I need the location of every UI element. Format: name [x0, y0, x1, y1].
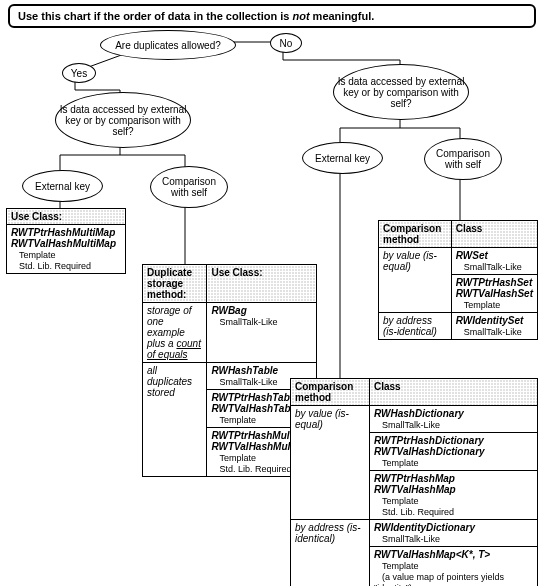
decision-duplicates: Are duplicates allowed?: [100, 30, 236, 60]
cell-left-classes: RWTPtrHashMultiMap RWTValHashMultiMap Te…: [7, 225, 126, 274]
cls-valhashtable: RWTValHashTable: [211, 403, 298, 414]
cell-ext-r3c2: RWTPtrHashMap RWTValHashMap Template Std…: [370, 471, 538, 520]
cls-ptrhashmap: RWTPtrHashMap: [374, 473, 455, 484]
cell-ext-r1c2: RWHashDictionary SmallTalk-Like: [370, 406, 538, 433]
yes-text: Yes: [71, 68, 87, 79]
note-template6: Template: [374, 496, 419, 506]
hdr-comp-class: Class: [451, 221, 537, 248]
comp-r3c1: by address (is-identical): [383, 315, 437, 337]
branch-yes: Yes: [62, 63, 96, 83]
note-template: Template: [11, 250, 56, 260]
note-smalltalk2: SmallTalk-Like: [211, 377, 277, 387]
decision-access-right-text: Is data accessed by external key or by c…: [336, 76, 466, 109]
cls-ptrhashdict: RWTPtrHashDictionary: [374, 435, 484, 446]
ext-r1c1: by value (is-equal): [295, 408, 349, 430]
note-smalltalk1: SmallTalk-Like: [211, 317, 277, 327]
hdr-dup-class: Use Class:: [207, 265, 317, 303]
hdr-use-class: Use Class:: [7, 209, 126, 225]
decision-access-right: Is data accessed by external key or by c…: [333, 64, 469, 120]
decision-access-left: Is data accessed by external key or by c…: [55, 92, 191, 148]
hdr-dup-method: Duplicate storage method:: [143, 265, 207, 303]
branch-ext-key-right: External key: [302, 142, 383, 174]
note-template4: Template: [456, 300, 501, 310]
branch-no: No: [270, 33, 302, 53]
cls-ptrhashset: RWTPtrHashSet: [456, 277, 533, 288]
ext-key-right-text: External key: [315, 153, 370, 164]
cell-ext-r1c1: by value (is-equal): [291, 406, 370, 520]
branch-ext-key-left: External key: [22, 170, 103, 202]
cell-comp-r3c1: by address (is-identical): [379, 313, 452, 340]
cell-comp-r2c2: RWTPtrHashSet RWTValHashSet Template: [451, 275, 537, 313]
note-smalltalk5: SmallTalk-Like: [374, 420, 440, 430]
note-template5: Template: [374, 458, 419, 468]
chart-title: Use this chart if the order of data in t…: [8, 4, 536, 28]
branch-comp-self-right: Comparison with self: [424, 138, 502, 180]
cls-hashdict: RWHashDictionary: [374, 408, 464, 419]
ext-key-left-text: External key: [35, 181, 90, 192]
cls-rwset: RWSet: [456, 250, 488, 261]
note-smalltalk3: SmallTalk-Like: [456, 262, 522, 272]
note-identity: (a value map of pointers yields "identit…: [374, 572, 504, 586]
title-text-post: meaningful.: [310, 10, 375, 22]
cell-ext-r4c2: RWIdentityDictionary SmallTalk-Like: [370, 520, 538, 547]
hdr-comp-method: Comparison method: [379, 221, 452, 248]
cls-valhashmap-kt: RWTValHashMap<K*, T>: [374, 549, 490, 560]
table-ext-key: Comparison method Class by value (is-equ…: [290, 378, 538, 586]
decision-duplicates-text: Are duplicates allowed?: [115, 40, 221, 51]
cell-dup-r1c1: storage of one example plus a count of e…: [143, 303, 207, 363]
table-use-class-left: Use Class: RWTPtrHashMultiMap RWTValHash…: [6, 208, 126, 274]
cls-ptrhashtable: RWTPtrHashTable: [211, 392, 298, 403]
branch-comp-self-left: Comparison with self: [150, 166, 228, 208]
cls-valhashdict: RWTValHashDictionary: [374, 446, 485, 457]
cell-comp-r1c2: RWSet SmallTalk-Like: [451, 248, 537, 275]
cls-rwhashtable: RWHashTable: [211, 365, 278, 376]
hdr-ext-class: Class: [370, 379, 538, 406]
cell-comp-r1c1: by value (is-equal): [379, 248, 452, 313]
cell-comp-r3c2: RWIdentitySet SmallTalk-Like: [451, 313, 537, 340]
note-stdlib: Std. Lib. Required: [11, 261, 91, 271]
cls-ptrhashmultimap: RWTPtrHashMultiMap: [11, 227, 115, 238]
cls-valhashmap: RWTValHashMap: [374, 484, 456, 495]
note-template2: Template: [211, 415, 256, 425]
ext-r4c1: by address (is-identical): [295, 522, 361, 544]
cell-dup-r2c1: all duplicates stored: [143, 363, 207, 477]
cls-valhashset: RWTValHashSet: [456, 288, 533, 299]
note-smalltalk4: SmallTalk-Like: [456, 327, 522, 337]
cell-ext-r4c1: by address (is-identical): [291, 520, 370, 587]
no-text: No: [280, 38, 293, 49]
note-template3: Template: [211, 453, 256, 463]
cls-valhashmultimap: RWTValHashMultiMap: [11, 238, 116, 249]
dup-r2c1: all duplicates stored: [147, 365, 192, 398]
cell-ext-r2c2: RWTPtrHashDictionary RWTValHashDictionar…: [370, 433, 538, 471]
hdr-ext-method: Comparison method: [291, 379, 370, 406]
title-text-em: not: [292, 10, 309, 22]
comp-r1c1: by value (is-equal): [383, 250, 437, 272]
decision-access-left-text: Is data accessed by external key or by c…: [58, 104, 188, 137]
cls-rwbag: RWBag: [211, 305, 246, 316]
comp-self-right-text: Comparison with self: [427, 148, 499, 170]
note-stdlib2: Std. Lib. Required: [211, 464, 291, 474]
cell-ext-r5c2: RWTValHashMap<K*, T> Template (a value m…: [370, 547, 538, 587]
title-text-pre: Use this chart if the order of data in t…: [18, 10, 292, 22]
note-stdlib3: Std. Lib. Required: [374, 507, 454, 517]
cls-identitydict: RWIdentityDictionary: [374, 522, 475, 533]
cell-dup-r1c2: RWBag SmallTalk-Like: [207, 303, 317, 363]
table-comp-self: Comparison method Class by value (is-equ…: [378, 220, 538, 340]
note-template7: Template: [374, 561, 419, 571]
comp-self-left-text: Comparison with self: [153, 176, 225, 198]
cls-identityset: RWIdentitySet: [456, 315, 524, 326]
note-smalltalk6: SmallTalk-Like: [374, 534, 440, 544]
